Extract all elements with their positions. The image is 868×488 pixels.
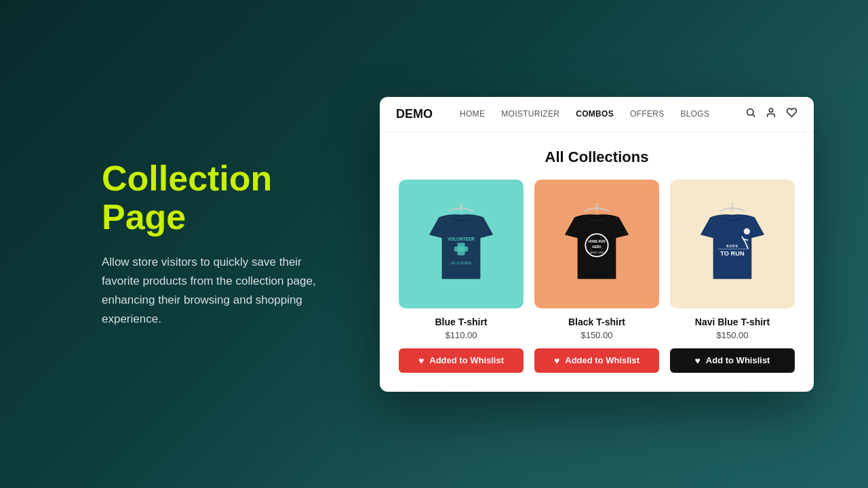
svg-line-1 [753,115,755,117]
collection-title: All Collections [399,148,795,166]
product-card-3: BORN TO RUN Navi Blue T-shirt $150.00 ♥ … [670,180,795,373]
product-image-3: BORN TO RUN [670,180,795,308]
product-name-2: Black T-shirt [568,317,625,327]
svg-text:BORN: BORN [726,244,738,247]
svg-rect-6 [454,246,468,251]
nav-links: HOME MOISTURIZER COMBOS OFFERS BLOGS [460,109,745,119]
nav-link-blogs[interactable]: BLOGS [680,109,709,119]
product-card-2: HOME RUN HERO SINCE 1985 Black T-shirt $… [534,180,659,373]
wishlist-btn-3[interactable]: ♥ Add to Whislist [670,348,795,373]
svg-text:SINCE 1985: SINCE 1985 [590,251,604,253]
svg-text:HE IS RISEN: HE IS RISEN [451,260,472,264]
product-price-3: $150.00 [717,330,749,340]
product-name-3: Navi Blue T-shirt [695,317,770,327]
nav-icons [745,107,797,121]
account-icon[interactable] [766,107,776,121]
product-price-1: $110.00 [446,330,477,340]
heart-icon-2: ♥ [554,355,559,366]
products-grid: VOLUNTEER HE IS RISEN Blue T-shirt $110.… [399,180,795,373]
heart-icon-1: ♥ [418,355,424,366]
content-area: All Collections [380,132,814,392]
product-image-2: HOME RUN HERO SINCE 1985 [534,180,659,308]
svg-text:VOLUNTEER: VOLUNTEER [448,237,475,241]
left-panel: Collection Page Allow store visitors to … [47,119,373,370]
search-icon[interactable] [745,107,756,121]
product-card-1: VOLUNTEER HE IS RISEN Blue T-shirt $110.… [399,180,524,373]
nav-link-moisturizer[interactable]: MOISTURIZER [501,109,559,119]
page-description: Allow store visitors to quickly save the… [102,253,332,329]
nav-link-home[interactable]: HOME [460,109,485,119]
nav-bar: DEMO HOME MOISTURIZER COMBOS OFFERS BLOG… [380,97,814,132]
page-heading: Collection Page [102,159,332,237]
svg-point-14 [744,228,750,234]
wishlist-btn-1[interactable]: ♥ Added to Whislist [399,348,524,373]
wishlist-icon[interactable] [786,107,797,121]
nav-logo[interactable]: DEMO [396,107,433,121]
nav-link-combos[interactable]: COMBOS [576,109,614,119]
product-price-2: $150.00 [581,330,613,340]
nav-link-offers[interactable]: OFFERS [630,109,664,119]
svg-text:HERO: HERO [592,245,601,248]
svg-text:TO RUN: TO RUN [720,249,745,256]
wishlist-btn-2[interactable]: ♥ Added to Whislist [534,348,659,373]
svg-point-2 [769,108,772,112]
svg-text:HOME RUN: HOME RUN [588,240,606,243]
product-image-1: VOLUNTEER HE IS RISEN [399,180,524,308]
heart-icon-3: ♥ [695,355,701,366]
browser-window: DEMO HOME MOISTURIZER COMBOS OFFERS BLOG… [380,97,814,392]
right-panel: DEMO HOME MOISTURIZER COMBOS OFFERS BLOG… [373,97,821,392]
product-name-1: Blue T-shirt [435,317,487,327]
